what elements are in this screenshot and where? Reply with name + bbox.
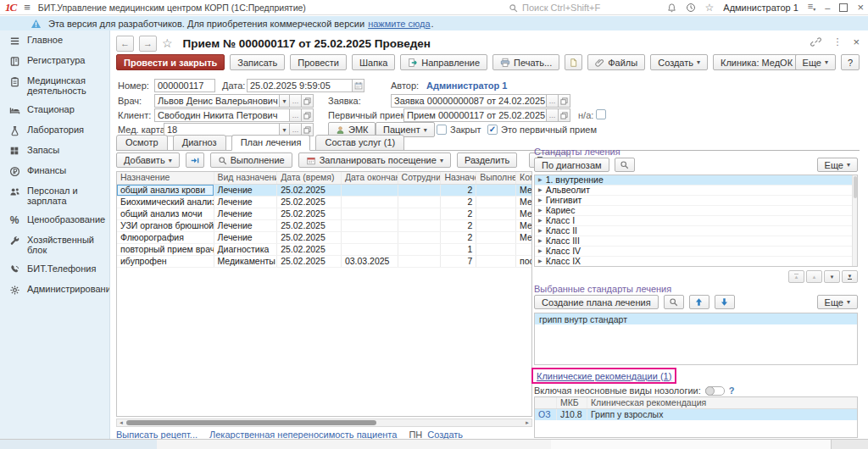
tree-item[interactable]: ▶Кариес <box>535 206 857 216</box>
client-open-button[interactable] <box>301 108 314 122</box>
calendar-picker-button[interactable] <box>352 79 364 92</box>
files-button[interactable]: Файлы <box>587 54 645 70</box>
column-header[interactable]: Назначено <box>441 172 476 184</box>
list-item[interactable]: грипп внутр стандарт <box>535 313 857 324</box>
taskbar-segment[interactable] <box>157 440 314 449</box>
expand-arrow-icon[interactable]: ▶ <box>538 196 542 205</box>
document-preview-button[interactable] <box>565 54 582 70</box>
move-to-top-icon[interactable]: ▲ <box>788 270 804 283</box>
tab-diagnoz[interactable]: Диагноз <box>173 135 226 151</box>
expand-arrow-icon[interactable]: ▶ <box>538 236 542 246</box>
help-button[interactable]: ? <box>841 54 860 70</box>
na-checkbox[interactable] <box>596 109 606 119</box>
create-treatment-plan-button[interactable]: Создание плана лечения <box>534 295 659 309</box>
sidebar-item-personnel[interactable]: Персонал и зарплата <box>0 181 109 210</box>
primary-visit-field[interactable]: Прием 000000117 от 25.02.2025 9:59:05 <box>403 108 547 122</box>
clinical-recommendations-link[interactable]: Клинические рекомендации (1) <box>537 371 671 381</box>
get-link-icon[interactable] <box>810 36 821 47</box>
close-form-icon[interactable]: × <box>853 36 860 48</box>
plan-horizontal-scrollbar[interactable]: ◄ ► <box>116 419 532 427</box>
sidebar-item-administration[interactable]: Администрирование <box>0 280 109 300</box>
expand-arrow-icon[interactable]: ▶ <box>538 206 542 215</box>
table-row[interactable]: общий анализ кровиЛечение25.02.20252Мед <box>117 185 531 197</box>
taskbar-segment[interactable] <box>0 440 158 449</box>
favorite-star-icon[interactable]: ☆ <box>162 36 173 50</box>
date-field[interactable]: 25.02.2025 9:59:05 <box>247 79 353 92</box>
sidebar-item-finance[interactable]: Финансы <box>0 161 109 181</box>
expand-arrow-icon[interactable]: ▶ <box>538 226 542 236</box>
column-header[interactable]: МКБ <box>557 397 587 408</box>
sidebar-item-registry[interactable]: Регистратура <box>0 51 109 71</box>
tree-item[interactable]: ▶Класс IV <box>535 247 857 257</box>
more-vertical-icon[interactable]: ⋮ <box>832 36 842 47</box>
move-item-down-button[interactable] <box>715 295 735 309</box>
request-open-button[interactable] <box>558 94 570 108</box>
notice-link[interactable]: нажмите сюда <box>368 19 430 29</box>
maximize-icon[interactable] <box>839 3 848 12</box>
table-row[interactable]: Биохимический анализ кро...Лечение25.02.… <box>117 197 531 208</box>
split-button[interactable]: Разделить <box>457 152 517 168</box>
standards-search-button[interactable] <box>615 158 635 172</box>
primary-select-button[interactable]: … <box>546 108 559 122</box>
expand-arrow-icon[interactable]: ▶ <box>538 175 542 185</box>
tree-item[interactable]: ▶Класс IX <box>535 257 857 267</box>
tree-vertical-scrollbar[interactable] <box>852 175 857 266</box>
main-menu-icon[interactable]: ≡ <box>24 3 31 12</box>
minimize-icon[interactable]: – <box>825 0 830 15</box>
expand-arrow-icon[interactable]: ▶ <box>538 216 542 225</box>
column-header[interactable]: Ком <box>516 172 531 184</box>
standards-more-button[interactable]: Еще▾ <box>817 158 858 172</box>
scrollbar-thumb[interactable] <box>854 176 857 198</box>
schedule-visit-button[interactable]: Запланировать посещение▾ <box>298 152 451 168</box>
tab-osmotr[interactable]: Осмотр <box>116 135 168 151</box>
selected-more-button[interactable]: Еще▾ <box>817 295 858 309</box>
column-header[interactable]: Выполнено <box>476 172 516 184</box>
taskbar-segment[interactable] <box>453 440 552 449</box>
expand-arrow-icon[interactable]: ▶ <box>538 247 542 256</box>
column-header[interactable]: Назначение <box>117 172 214 184</box>
header-button[interactable]: Шапка <box>352 54 395 70</box>
forward-button[interactable]: → <box>139 36 157 52</box>
nosology-toggle[interactable] <box>705 386 725 396</box>
scrollbar-thumb[interactable] <box>126 420 376 425</box>
selected-search-button[interactable] <box>664 295 684 309</box>
tree-item[interactable]: ▶Гингивит <box>535 196 857 206</box>
sidebar-item-household[interactable]: Хозяйственный блок <box>0 230 109 259</box>
expand-arrow-icon[interactable]: ▶ <box>538 186 542 195</box>
write-prescription-link[interactable]: Выписать рецепт... <box>116 430 198 439</box>
scroll-right-icon[interactable]: ► <box>523 419 531 426</box>
sidebar-item-inventory[interactable]: Запасы <box>0 141 109 161</box>
more-button[interactable]: Еще▾ <box>795 54 836 70</box>
global-search[interactable]: Поиск Ctrl+Shift+F <box>509 0 600 15</box>
history-icon[interactable] <box>686 3 696 13</box>
create-button[interactable]: Создать▾ <box>650 54 708 70</box>
column-header[interactable]: Вид назначения <box>214 172 278 184</box>
sidebar-item-telephony[interactable]: БИТ.Телефония <box>0 259 109 280</box>
move-up-icon[interactable]: ▲ <box>806 270 822 283</box>
tree-item[interactable]: ▶Класс I <box>535 216 857 226</box>
expand-arrow-icon[interactable]: ▶ <box>538 257 542 266</box>
sidebar-item-pricing[interactable]: % Ценообразование <box>0 210 109 230</box>
table-row[interactable]: повторный прием врача те...Диагностика25… <box>117 244 531 256</box>
current-user[interactable]: Администратор 1 <box>723 3 798 13</box>
taskbar-segment[interactable] <box>551 440 832 449</box>
table-row[interactable]: общий анализ мочиЛечение25.02.20252Мед <box>117 208 531 220</box>
tree-item[interactable]: ▶Класс II <box>535 226 857 236</box>
toggle-help-icon[interactable]: ? <box>729 385 735 396</box>
taskbar-segment[interactable] <box>314 440 454 449</box>
request-field[interactable]: Заявка 00000000087 от 24.02.2025 14:40:3… <box>391 94 547 108</box>
write-button[interactable]: Записать <box>230 54 285 70</box>
notifications-icon[interactable] <box>667 3 676 13</box>
print-button[interactable]: Печать... <box>492 54 559 70</box>
tab-sostav-uslug[interactable]: Состав услуг (1) <box>315 135 404 151</box>
execution-button[interactable]: Выполнение <box>210 152 292 168</box>
move-down-icon[interactable]: ▼ <box>824 270 840 283</box>
number-field[interactable]: 000000117 <box>154 79 215 92</box>
sidebar-item-medical-activity[interactable]: Медицинская деятельность <box>0 71 109 100</box>
post-and-close-button[interactable]: Провести и закрыть <box>116 54 225 70</box>
sidebar-item-main[interactable]: Главное <box>0 30 109 51</box>
sidebar-item-hospital[interactable]: Стационар <box>0 100 109 120</box>
column-header[interactable]: Клиническая рекомендация <box>587 397 857 408</box>
add-button[interactable]: Добавить▾ <box>116 152 180 168</box>
tree-item[interactable]: ▶Класс III <box>535 236 857 247</box>
